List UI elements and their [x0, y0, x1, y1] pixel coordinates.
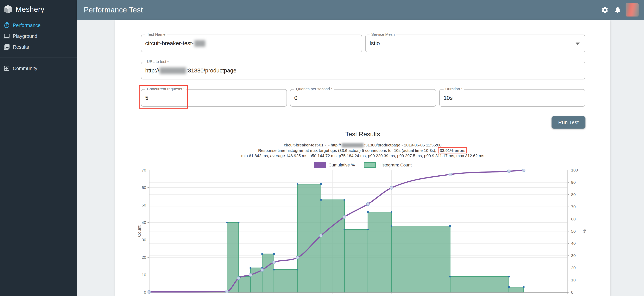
sidebar-divider — [0, 58, 77, 58]
svg-text:20: 20 — [571, 265, 576, 270]
test-name-field[interactable]: Test Name circuit-breaker-test- — [141, 35, 362, 52]
results-summary: circuit-breaker-test-01 -_- http://:3138… — [115, 143, 610, 158]
laptop-icon — [4, 33, 10, 39]
duration-field[interactable]: Duration * 10s — [439, 89, 585, 107]
svg-text:70: 70 — [142, 169, 146, 172]
sidebar-item-community[interactable]: Community — [0, 63, 77, 74]
service-mesh-value: Istio — [370, 35, 380, 52]
concurrent-requests-field[interactable]: Concurrent requests * 5 — [141, 89, 287, 107]
page-title: Performance Test — [84, 0, 143, 20]
legend-label: Histogram: Count — [378, 163, 412, 168]
svg-text:80: 80 — [571, 192, 576, 197]
stopwatch-icon — [4, 22, 10, 29]
sidebar-item-performance[interactable]: Performance — [0, 20, 77, 31]
legend-label: Cumulative % — [328, 163, 355, 168]
results-line3: min 61.842 ms, average 146.925 ms, p50 1… — [115, 154, 610, 158]
meshery-logo-icon — [3, 5, 13, 14]
performance-test-card: Test Name circuit-breaker-test- Service … — [115, 20, 610, 296]
qps-label: Queries per second * — [294, 87, 334, 91]
svg-text:90: 90 — [571, 180, 576, 185]
svg-text:50: 50 — [142, 203, 146, 207]
sidebar-item-label: Community — [13, 66, 37, 71]
duration-value: 10s — [444, 90, 453, 106]
service-mesh-select[interactable]: Service Mesh Istio — [365, 35, 585, 52]
user-avatar[interactable] — [626, 3, 638, 17]
sidebar-divider — [0, 19, 77, 19]
sidebar-item-label: Playground — [13, 33, 37, 39]
url-to-test-field[interactable]: URL to test * http://:31380/productpage — [141, 62, 585, 79]
brand[interactable]: Meshery — [0, 0, 77, 19]
chart-legend: Cumulative % Histogram: Count — [115, 162, 610, 168]
svg-text:30: 30 — [571, 253, 576, 258]
exit-to-app-icon — [4, 65, 10, 72]
svg-text:20: 20 — [142, 255, 146, 259]
test-name-value: circuit-breaker-test- — [145, 35, 205, 52]
legend-swatch-bar — [364, 162, 376, 168]
concurrent-requests-label: Concurrent requests * — [145, 87, 186, 91]
avatar-blurred-image — [626, 3, 638, 17]
sidebar-item-label: Results — [13, 44, 29, 50]
sidebar-item-results[interactable]: Results — [0, 42, 77, 52]
chevron-down-icon[interactable] — [576, 43, 580, 45]
settings-gear-icon[interactable] — [601, 6, 609, 14]
results-line1: circuit-breaker-test-01 -_- http://:3138… — [115, 143, 610, 147]
svg-text:100: 100 — [571, 169, 578, 172]
results-title: Test Results — [115, 130, 610, 138]
sidebar-item-label: Performance — [13, 23, 40, 28]
notifications-bell-icon[interactable] — [614, 6, 622, 14]
redacted-text — [194, 40, 205, 47]
concurrent-requests-value: 5 — [145, 90, 148, 106]
svg-text:60: 60 — [142, 185, 146, 190]
svg-text:40: 40 — [571, 241, 576, 245]
queries-per-second-field[interactable]: Queries per second * 0 — [290, 89, 436, 107]
content-area: Test Name circuit-breaker-test- Service … — [77, 20, 644, 296]
results-line2: Response time histogram at max target qp… — [115, 147, 610, 154]
svg-text:10: 10 — [571, 278, 576, 282]
svg-text:0: 0 — [571, 290, 574, 294]
url-value: http://:31380/productpage — [145, 62, 236, 79]
svg-text:0: 0 — [144, 290, 146, 294]
svg-text:70: 70 — [571, 205, 576, 209]
response-time-histogram-chart: 0102030405060700102030405060708090100Cou… — [124, 169, 597, 296]
sidebar: Meshery Performance Playground Results — [0, 0, 77, 296]
svg-text:40: 40 — [142, 220, 146, 225]
redacted-host — [342, 143, 364, 147]
svg-text:10: 10 — [142, 272, 146, 277]
svg-text:60: 60 — [571, 217, 576, 221]
redacted-host — [160, 67, 186, 74]
top-bar: Performance Test — [77, 0, 644, 20]
svg-text:%: % — [582, 229, 587, 233]
photo-library-icon — [4, 44, 10, 50]
sidebar-item-playground[interactable]: Playground — [0, 31, 77, 42]
legend-swatch-line — [314, 162, 326, 168]
meshery-app: Meshery Performance Playground Results — [0, 0, 644, 296]
annotation-rect-error-rate: 33.91% errors — [438, 147, 467, 154]
svg-text:Count: Count — [137, 225, 142, 237]
svg-text:30: 30 — [142, 238, 146, 242]
legend-item-cumulative[interactable]: Cumulative % — [314, 162, 355, 168]
svg-text:50: 50 — [571, 229, 576, 233]
run-test-button[interactable]: Run Test — [552, 116, 586, 128]
brand-name: Meshery — [16, 5, 44, 14]
legend-item-histogram[interactable]: Histogram: Count — [364, 162, 412, 168]
qps-value: 0 — [294, 90, 298, 106]
